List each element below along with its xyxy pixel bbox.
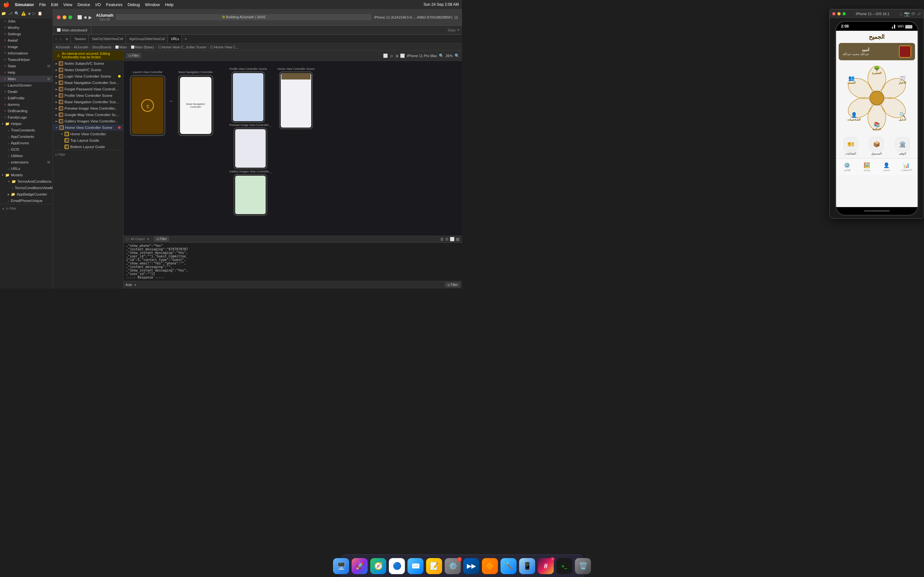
clear-console-icon[interactable]: 🗑 (440, 237, 444, 242)
minimize-button[interactable] (63, 15, 66, 19)
console-layout-2[interactable]: ▦ (456, 237, 459, 242)
menu-file[interactable]: File (39, 2, 46, 7)
tab-tawasul[interactable]: Tawasul (71, 35, 89, 43)
canvas-tool-1[interactable]: ⬜ (383, 53, 388, 58)
tab-main-storyboard[interactable]: ⬜ Main.storyboard (53, 26, 91, 34)
menu-edit[interactable]: Edit (51, 2, 58, 7)
debug-console[interactable]: ,"show_phone":"Yes" ,"instant_messaging"… (124, 242, 462, 281)
sidebar-group-models[interactable]: ▼ 📁 Models (0, 172, 53, 178)
sidebar-group-appbadge[interactable]: ▶ 📁 AppBadgeCounter (0, 191, 53, 197)
nav-breakpoint-icon[interactable]: ◆ (28, 11, 31, 16)
menu-features[interactable]: Features (106, 2, 122, 7)
sidebar-item-editprofile[interactable]: ✕ EditProfile (0, 95, 53, 101)
maximize-button[interactable] (68, 15, 72, 19)
bc-alj2[interactable]: AlJumaih (74, 45, 88, 49)
bc-storyboards[interactable]: StoryBoards (92, 45, 111, 49)
console-layout-1[interactable]: ⬜ (450, 237, 455, 242)
sidebar-item-dummy[interactable]: ✕ dummy (0, 101, 53, 108)
dropdown-icon[interactable]: ▼ (147, 237, 150, 241)
sidebar-item-settings[interactable]: ✕ Settings (0, 31, 53, 37)
sidebar-item-appenums[interactable]: ⬦ AppEnums (0, 140, 53, 146)
sidebar-item-jobs[interactable]: ✕ Jobs (0, 18, 53, 24)
menu-help[interactable]: Help (165, 2, 174, 7)
bc-main-folder[interactable]: ⬜ Main (115, 45, 127, 49)
bc-home-scene[interactable]: ⬛ Home View C...troller Scene (158, 45, 206, 49)
sidebar-item-utilities[interactable]: ⬦ Utilities (0, 153, 53, 159)
menu-simulator[interactable]: Simulator (15, 2, 34, 7)
outline-bottom-layout[interactable]: ⬛ Bottom Layout Guide (53, 143, 123, 150)
zoom-increase[interactable]: 🔍 (455, 53, 459, 58)
sidebar-item-stats[interactable]: ✕ Stats M (0, 63, 53, 69)
sidebar-item-image[interactable]: ✕ Image (0, 44, 53, 50)
tab-close-x[interactable]: ✕ (183, 37, 188, 41)
apple-menu[interactable]: 🍎 (3, 2, 10, 8)
sidebar-item-gcd[interactable]: ⬦ GCD (0, 146, 53, 153)
sidebar-item-main[interactable]: ✕ Main M (0, 76, 53, 82)
sidebar-item-urls[interactable]: ⬦ URLs (0, 165, 53, 172)
console-filter-btn[interactable]: ⊙ Filter (154, 237, 169, 242)
sidebar-item-onboarding[interactable]: ✕ OnBoarding (0, 108, 53, 114)
zoom-decrease[interactable]: 🔍 (439, 53, 444, 58)
outline-home-vc[interactable]: ▼ ⬛ Home View Controller (53, 131, 123, 137)
nav-test-icon[interactable]: ▷ (33, 11, 36, 16)
menu-debug[interactable]: Debug (128, 2, 140, 7)
sidebar-item-twasulhelper[interactable]: ✕ TwasulHelper (0, 56, 53, 63)
outline-basenav1[interactable]: ▶ ⬛ Base Navigation Controller Sce... (53, 79, 123, 86)
nav-back[interactable]: ‹ (54, 37, 58, 41)
sidebar-item-treeconstants[interactable]: ⬦ TreeConstants (0, 127, 53, 133)
sidebar-item-termsvm[interactable]: ⬦ TermsConditionsViewModel (0, 185, 53, 191)
menu-io[interactable]: I/O (95, 2, 101, 7)
sidebar-group-terms[interactable]: ▼ 📁 TermsAndConditions (0, 178, 53, 185)
outline-basenav2[interactable]: ▶ ⬛ Base Navigation Controller Sce... (53, 99, 123, 105)
tab-agegroup[interactable]: AgeGroupGbbleViewCell (127, 35, 168, 43)
nav-report-icon[interactable]: 📋 (37, 11, 42, 16)
outline-forgot-pw[interactable]: ▶ ⬛ Forget Password View Controll... (53, 86, 123, 92)
filter-button[interactable]: ⊙ Filter (6, 207, 16, 210)
bc-alj[interactable]: AlJumaih (55, 45, 70, 49)
sidebar-item-extensions[interactable]: ⬦ extensions M (0, 159, 53, 165)
plus-icon[interactable]: + (2, 206, 5, 211)
tab-urls[interactable]: URLs (168, 35, 182, 43)
canvas-tool-2[interactable]: ◎ (390, 53, 393, 58)
sidebar-item-worthy[interactable]: ✕ Worthy (0, 24, 53, 31)
sidebar-item-emailphone[interactable]: ⬦ EmailPhoneUnique (0, 197, 53, 204)
nav-search-icon[interactable]: 🔍 (15, 11, 19, 16)
bc-home-vc[interactable]: ⬛ Home View C... (210, 45, 238, 49)
sidebar-item-help[interactable]: ✕ Help (0, 69, 53, 76)
outline-profile[interactable]: ▶ ⬛ Profile View Controller Scene (53, 92, 123, 99)
menu-window[interactable]: Window (145, 2, 160, 7)
stop-button[interactable]: ■ (84, 15, 87, 20)
run-button[interactable]: ▶ (89, 15, 92, 20)
menu-view[interactable]: View (63, 2, 72, 7)
sidebar-item-launchscreen[interactable]: ✕ LaunchScreen (0, 82, 53, 89)
tab-statcity[interactable]: StatCityTableViewCell (89, 35, 126, 43)
outline-notes-subject[interactable]: ▶ ⬛ Notes SubjectVC Scene (53, 60, 123, 67)
tab-close-icon[interactable]: ✕ (457, 28, 459, 32)
filter-btn[interactable]: ⊙ Filter (126, 53, 141, 58)
bottom-filter-btn[interactable]: ⊙ Filter (445, 282, 460, 287)
bc-main-base[interactable]: ⬜ Main (Base) (131, 45, 154, 49)
inspector-toggle[interactable]: ⊞ (454, 15, 458, 20)
outline-preview-image[interactable]: ▶ ⬛ Preview Image View Controller... (53, 105, 123, 111)
menu-device[interactable]: Device (78, 2, 90, 7)
sidebar-group-helper[interactable]: ▼ 📁 Helper (0, 121, 53, 127)
sidebar-item-death[interactable]: ✕ Death (0, 89, 53, 95)
nav-git-icon[interactable]: ⎇ (8, 11, 13, 16)
sidebar-item-informations[interactable]: ✕ Informations (0, 50, 53, 56)
nav-warning-icon[interactable]: ⚠️ (21, 11, 26, 16)
outline-gallery[interactable]: ▶ ⬛ Gallery Images View Controller... (53, 118, 123, 124)
canvas-tool-4[interactable]: ⬜ (400, 53, 405, 58)
console-split-icon[interactable]: ⊞ (445, 237, 449, 242)
nav-folder-icon[interactable]: 📁 (1, 11, 6, 16)
sidebar-item-appconstants[interactable]: ⬦ AppConstants (0, 133, 53, 140)
canvas-main[interactable]: Launch View Controller ج → (124, 61, 462, 235)
canvas-scroll[interactable]: Launch View Controller ج → (127, 64, 462, 235)
outline-home[interactable]: ▼ ⬛ Home View Controller Scene (53, 124, 123, 131)
outline-login[interactable]: ▶ ⬛ Login View Controller Scene (53, 73, 123, 79)
close-button[interactable] (57, 15, 61, 19)
sidebar-item-awkaf[interactable]: ✕ Awkaf (0, 37, 53, 44)
auto-dropdown[interactable]: ▼ (134, 284, 137, 287)
canvas-tool-3[interactable]: ◑ (395, 53, 398, 58)
outline-google-map[interactable]: ▶ ⬛ Google Map View Controller Sc... (53, 111, 123, 118)
sidebar-item-familylogo[interactable]: ✕ FamilyLogo (0, 114, 53, 121)
